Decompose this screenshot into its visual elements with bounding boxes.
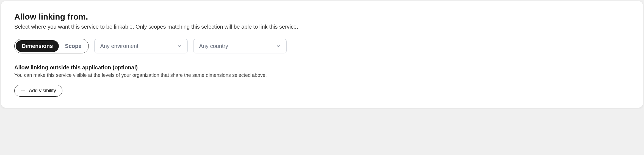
chevron-down-icon xyxy=(177,44,182,49)
outside-description: You can make this service visible at the… xyxy=(14,72,630,78)
environment-select[interactable]: Any enviroment xyxy=(94,39,188,53)
environment-select-value: Any enviroment xyxy=(100,43,138,49)
chevron-down-icon xyxy=(276,44,281,49)
segmented-control: Dimensions Scope xyxy=(14,39,89,53)
controls-row: Dimensions Scope Any enviroment Any coun… xyxy=(14,39,630,53)
settings-card: Allow linking from. Select where you wan… xyxy=(1,1,643,108)
plus-icon xyxy=(21,88,26,93)
add-visibility-button[interactable]: Add visibility xyxy=(14,85,62,97)
country-select-value: Any country xyxy=(199,43,228,49)
section-subtitle: Select where you want this service to be… xyxy=(14,24,630,30)
segmented-dimensions[interactable]: Dimensions xyxy=(16,40,59,52)
country-select[interactable]: Any country xyxy=(193,39,287,53)
section-title: Allow linking from. xyxy=(14,12,630,21)
segmented-scope[interactable]: Scope xyxy=(59,40,87,52)
add-visibility-label: Add visibility xyxy=(29,88,56,94)
outside-heading: Allow linking outside this application (… xyxy=(14,64,630,71)
